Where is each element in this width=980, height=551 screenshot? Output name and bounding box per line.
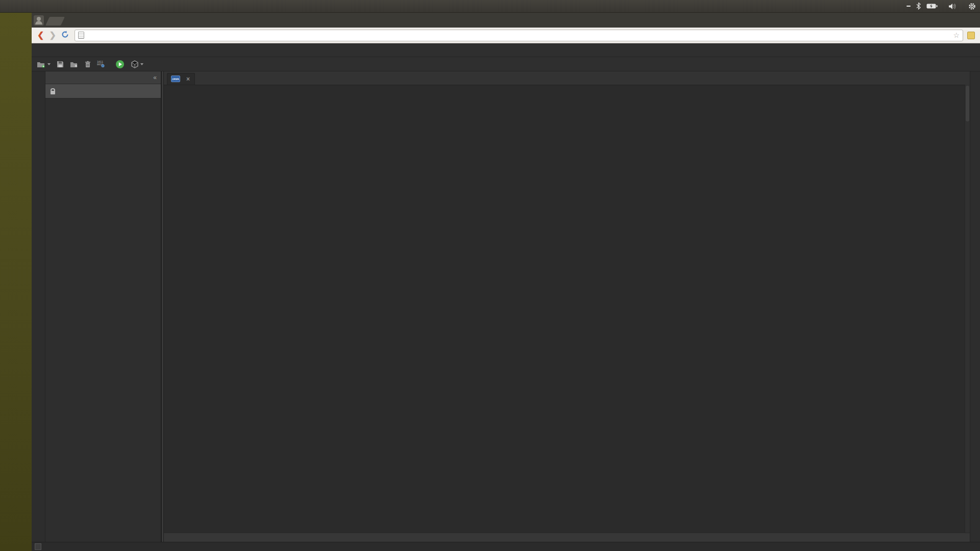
address-bar[interactable]: ☆ <box>75 30 963 41</box>
build-button[interactable] <box>129 59 145 69</box>
bluetooth-icon[interactable] <box>916 3 921 10</box>
editor-scrollbar[interactable] <box>965 85 970 533</box>
browser-tab-strip <box>32 12 980 28</box>
system-bar <box>0 0 980 13</box>
left-side-tab-strip <box>32 71 45 542</box>
unity-launcher <box>0 12 32 551</box>
tab-close-icon[interactable]: × <box>186 77 190 82</box>
battery-icon[interactable] <box>926 3 938 9</box>
reload-button[interactable] <box>61 31 69 40</box>
ide-bottom-bar <box>32 542 980 551</box>
screen: ❮ ❯ ☆ <box>0 0 980 551</box>
collapse-panel-icon[interactable]: « <box>153 74 157 81</box>
extension-icon[interactable] <box>967 32 975 39</box>
forward-button[interactable]: ❯ <box>49 31 56 39</box>
codenvy-ide: 10110010 « <box>32 43 980 551</box>
explorer-header: « <box>45 71 161 84</box>
page-icon <box>78 32 84 39</box>
project-row[interactable] <box>45 84 161 98</box>
delete-button[interactable] <box>83 60 93 69</box>
bookmark-star-icon[interactable]: ☆ <box>953 31 960 39</box>
system-indicators <box>906 3 976 10</box>
keyboard-layout-indicator[interactable] <box>906 6 911 7</box>
save-button[interactable] <box>55 60 66 69</box>
volume-icon[interactable] <box>949 3 957 10</box>
right-side-tab-strip <box>970 71 980 542</box>
close-project-button[interactable] <box>68 60 81 69</box>
profile-avatar-icon[interactable] <box>34 15 44 26</box>
ide-toolbar: 10110010 <box>32 57 980 71</box>
new-project-button[interactable] <box>35 60 53 69</box>
project-tree <box>45 98 161 100</box>
editor-status-bar <box>164 533 970 542</box>
browser-window: ❮ ❯ ☆ <box>32 12 980 551</box>
code-editor[interactable] <box>164 85 970 533</box>
new-tab-button[interactable] <box>45 17 65 26</box>
editor-tab-bar: JAVA × <box>164 71 970 85</box>
panel-toggle-icon[interactable] <box>35 543 41 550</box>
dropdown-caret-icon <box>47 63 51 65</box>
editor-area: JAVA × <box>164 71 970 542</box>
back-button[interactable]: ❮ <box>37 31 44 39</box>
ide-menu-bar <box>32 43 980 57</box>
editor-tab[interactable]: JAVA × <box>167 73 195 85</box>
dropdown-caret-icon <box>140 63 143 65</box>
session-gear-icon[interactable] <box>968 3 976 10</box>
java-file-icon: JAVA <box>171 76 180 82</box>
unlock-icon <box>51 91 55 94</box>
browser-toolbar: ❮ ❯ ☆ <box>32 28 980 43</box>
run-button[interactable] <box>113 59 127 70</box>
format-button[interactable]: 10110010 <box>95 59 107 69</box>
project-explorer-panel: « <box>45 71 161 542</box>
